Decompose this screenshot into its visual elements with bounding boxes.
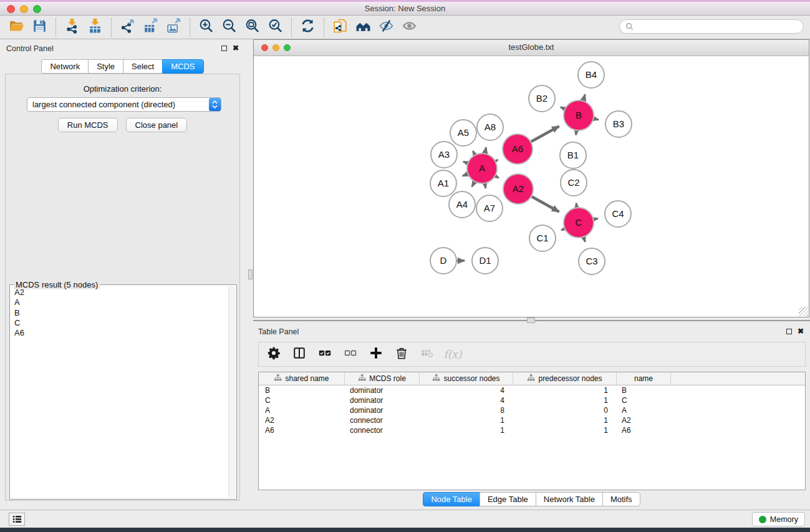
export-table-button[interactable] — [139, 18, 162, 37]
node-C2[interactable]: C2 — [561, 170, 587, 196]
table-cell[interactable]: 8 — [420, 405, 513, 415]
table-cell[interactable]: 1 — [513, 415, 617, 425]
export-image-button[interactable] — [162, 18, 185, 37]
node-A1[interactable]: A1 — [430, 170, 456, 196]
column-header-shared-name[interactable]: shared name — [259, 372, 345, 385]
refresh-button[interactable] — [296, 18, 319, 37]
resize-grip-icon[interactable] — [799, 307, 808, 316]
table-cell[interactable]: connector — [345, 425, 420, 435]
network-minimize-button[interactable] — [272, 44, 279, 51]
add-button[interactable] — [369, 347, 383, 362]
edge-A2-C[interactable] — [532, 196, 559, 211]
cybrowser-home-button[interactable] — [352, 18, 375, 37]
show-eye-button[interactable] — [398, 18, 421, 37]
zoom-in-button[interactable] — [195, 18, 218, 37]
zoom-selected-button[interactable] — [264, 18, 287, 37]
table-cell[interactable]: A — [259, 405, 345, 415]
tab-edge-table[interactable]: Edge Table — [480, 492, 536, 506]
deselect-all-button[interactable] — [343, 347, 358, 362]
close-panel-icon[interactable]: ✖ — [233, 45, 239, 51]
edge-B-B4[interactable] — [583, 95, 585, 101]
node-B1[interactable]: B1 — [560, 142, 586, 168]
edge-A-A6[interactable] — [496, 160, 498, 161]
node-C4[interactable]: C4 — [605, 201, 631, 227]
close-table-panel-icon[interactable]: ✖ — [798, 328, 804, 334]
network-canvas[interactable]: AA1A2A3A4A5A6A7A8BB1B2B3B4CC1C2C3C4DD1 — [254, 56, 809, 317]
edge-A-A8[interactable] — [485, 147, 486, 153]
edge-A-A5[interactable] — [473, 151, 475, 155]
table-row[interactable]: A6connector11A6 — [259, 425, 805, 435]
hide-eye-button[interactable] — [375, 18, 398, 37]
edge-A-A1[interactable] — [463, 174, 468, 176]
edge-C-C3[interactable] — [584, 238, 585, 242]
edge-C-C2[interactable] — [576, 203, 577, 208]
table-cell[interactable]: 0 — [513, 405, 617, 415]
node-A6[interactable]: A6 — [503, 134, 533, 164]
result-item[interactable]: A6 — [10, 328, 228, 338]
table-cell[interactable]: B — [617, 385, 671, 395]
node-A7[interactable]: A7 — [476, 195, 503, 221]
result-item[interactable]: B — [10, 308, 228, 318]
trash-button[interactable] — [394, 347, 409, 362]
export-network-button[interactable] — [116, 18, 139, 37]
result-item[interactable]: A — [10, 297, 228, 307]
table-cell[interactable]: dominator — [345, 405, 420, 415]
node-A8[interactable]: A8 — [477, 114, 503, 140]
run-mcds-button[interactable]: Run MCDS — [58, 118, 118, 132]
node-C3[interactable]: C3 — [579, 248, 605, 274]
result-scrollbar[interactable] — [228, 286, 236, 498]
save-button[interactable] — [28, 18, 51, 37]
table-cell[interactable]: dominator — [345, 385, 420, 395]
edge-B-B1[interactable] — [576, 131, 577, 135]
edge-C-C4[interactable] — [594, 218, 597, 219]
select-all-button[interactable] — [317, 347, 332, 362]
vertical-splitter-handle[interactable] — [248, 269, 253, 279]
result-item[interactable]: A2 — [10, 288, 228, 297]
column-header-predecessor-nodes[interactable]: predecessor nodes — [513, 372, 617, 385]
result-item[interactable]: C — [10, 318, 228, 328]
network-zoom-button[interactable] — [284, 44, 291, 51]
node-C1[interactable]: C1 — [529, 225, 556, 251]
node-B4[interactable]: B4 — [578, 62, 604, 88]
table-cell[interactable]: B — [259, 385, 345, 395]
table-cell[interactable]: 1 — [420, 425, 513, 435]
table-cell[interactable]: 1 — [513, 425, 617, 435]
float-panel-icon[interactable] — [221, 46, 227, 51]
table-cell[interactable]: A6 — [259, 425, 345, 435]
float-table-panel-icon[interactable] — [786, 329, 792, 334]
column-header-name[interactable]: name — [617, 372, 671, 385]
edge-B-B3[interactable] — [594, 118, 598, 120]
task-history-button[interactable] — [9, 513, 25, 526]
node-D[interactable]: D — [430, 248, 456, 274]
table-row[interactable]: A2connector11A2 — [259, 415, 805, 425]
node-D1[interactable]: D1 — [472, 248, 498, 274]
open-folder-button[interactable] — [5, 18, 28, 37]
edge-B-B2[interactable] — [561, 107, 564, 109]
table-cell[interactable]: 4 — [420, 385, 513, 395]
mcds-result-list[interactable]: A2ABCA6 — [10, 288, 228, 498]
table-cell[interactable]: 4 — [420, 395, 513, 405]
node-A5[interactable]: A5 — [450, 120, 476, 146]
tab-mcds[interactable]: MCDS — [162, 59, 203, 74]
node-B[interactable]: B — [564, 100, 594, 130]
node-B2[interactable]: B2 — [529, 85, 555, 112]
tab-select[interactable]: Select — [123, 59, 163, 74]
table-cell[interactable]: A2 — [259, 415, 345, 425]
node-A3[interactable]: A3 — [431, 142, 457, 168]
new-network-from-selection-button[interactable] — [329, 18, 352, 37]
table-cell[interactable]: C — [617, 395, 671, 405]
close-panel-button[interactable]: Close panel — [126, 118, 188, 132]
tab-node-table[interactable]: Node Table — [423, 492, 480, 506]
edge-A-A2[interactable] — [496, 176, 499, 178]
table-cell[interactable]: A2 — [617, 415, 671, 425]
node-A4[interactable]: A4 — [449, 191, 475, 218]
zoom-out-button[interactable] — [218, 18, 241, 37]
tab-style[interactable]: Style — [88, 59, 123, 74]
node-A2[interactable]: A2 — [503, 174, 533, 204]
node-B3[interactable]: B3 — [605, 111, 632, 137]
network-window-titlebar[interactable]: testGlobe.txt — [254, 40, 809, 56]
edge-C-C1[interactable] — [561, 229, 564, 230]
table-cell[interactable]: 1 — [420, 415, 513, 425]
edge-A-A4[interactable] — [472, 182, 475, 186]
columns-button[interactable] — [292, 347, 307, 362]
